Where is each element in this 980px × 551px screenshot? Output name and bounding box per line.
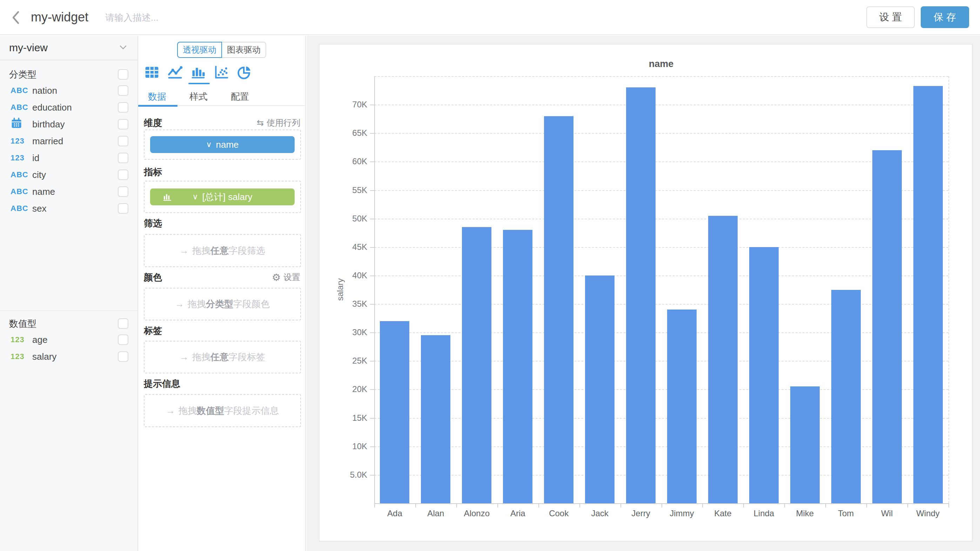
color-settings-link[interactable]: ⚙ 设置: [272, 272, 300, 283]
table-icon[interactable]: [143, 64, 160, 81]
x-axis-tick: [538, 503, 539, 508]
color-drop-zone[interactable]: →拖拽分类型字段颜色: [144, 288, 301, 320]
chart-bar[interactable]: [380, 321, 409, 503]
filter-label: 筛选: [144, 217, 300, 229]
field-checkbox[interactable]: [118, 203, 128, 214]
field-checkbox[interactable]: [118, 102, 128, 113]
arrow-right-icon: →: [180, 352, 189, 362]
y-axis-tick: [370, 161, 374, 162]
chart-card: name salary 5.0K10K15K20K25K30K35K40K45K…: [319, 44, 973, 541]
y-axis-tick: [370, 332, 374, 333]
field-checkbox[interactable]: [118, 85, 128, 96]
pie-chart-icon[interactable]: [236, 64, 253, 81]
dimension-drop-zone[interactable]: ∨ name: [144, 129, 301, 160]
measure-drop-zone[interactable]: ∨ [总计] salary: [144, 181, 301, 213]
tab-style-label: 样式: [189, 91, 208, 103]
field-item[interactable]: ABC sex: [0, 200, 137, 217]
y-axis-tick: [370, 361, 374, 361]
field-item[interactable]: ABC name: [0, 183, 137, 200]
section-checkbox[interactable]: [118, 318, 128, 329]
x-axis-category-label: Tom: [838, 508, 854, 518]
field-checkbox[interactable]: [118, 351, 128, 362]
chart-bar[interactable]: [913, 86, 943, 503]
field-item[interactable]: ABC education: [0, 99, 137, 116]
top-header: my-widget 设 置 保 存: [0, 0, 980, 35]
field-checkbox[interactable]: [118, 186, 128, 197]
dimension-chip-name[interactable]: ∨ name: [150, 136, 294, 153]
filter-drop-zone[interactable]: →拖拽任意字段筛选: [144, 234, 301, 267]
chart-bar[interactable]: [872, 150, 902, 503]
field-item[interactable]: birthday: [0, 116, 137, 133]
y-axis-tick-label: 25K: [332, 356, 367, 366]
view-selector-label: my-view: [9, 42, 118, 54]
y-gridline: [374, 389, 948, 390]
measure-chip-salary[interactable]: ∨ [总计] salary: [150, 188, 294, 205]
settings-button[interactable]: 设 置: [866, 6, 915, 28]
chart-bar[interactable]: [749, 247, 779, 503]
chart-bar[interactable]: [790, 386, 820, 503]
use-rowcol-label: 使用行列: [267, 117, 300, 129]
field-checkbox[interactable]: [118, 119, 128, 129]
y-axis-tick-label: 55K: [332, 185, 367, 195]
mode-tab-pivot[interactable]: 透视驱动: [177, 42, 222, 58]
field-item[interactable]: ABC nation: [0, 82, 137, 99]
chart-bar[interactable]: [421, 335, 450, 503]
chart-bar[interactable]: [708, 216, 738, 503]
view-selector[interactable]: my-view: [0, 36, 137, 61]
field-item[interactable]: ABC city: [0, 166, 137, 183]
back-button[interactable]: [8, 9, 25, 26]
x-axis-category-label: Ada: [387, 508, 402, 518]
field-item[interactable]: 123 age: [0, 331, 137, 348]
field-item[interactable]: 123 married: [0, 133, 137, 150]
back-chevron-icon: [8, 21, 25, 27]
chart-bar[interactable]: [667, 309, 697, 503]
tab-config[interactable]: 配置: [231, 88, 249, 105]
save-button[interactable]: 保 存: [921, 6, 969, 28]
y-axis-tick-label: 15K: [332, 413, 367, 423]
y-axis-tick-label: 65K: [332, 128, 367, 138]
x-axis-tick: [948, 503, 949, 508]
chart-bar[interactable]: [626, 88, 655, 503]
plot-top-border: [374, 76, 948, 77]
x-axis-tick: [456, 503, 457, 508]
y-axis-tick: [370, 475, 374, 476]
line-chart-icon[interactable]: [167, 64, 183, 81]
field-checkbox[interactable]: [118, 334, 128, 345]
tab-style[interactable]: 样式: [189, 88, 208, 105]
chart-bar[interactable]: [585, 276, 614, 503]
x-axis-tick: [620, 503, 621, 508]
abc-text-field-icon: ABC: [11, 86, 32, 95]
tooltip-drop-zone[interactable]: →拖拽数值型字段提示信息: [144, 394, 301, 427]
x-axis-category-label: Jerry: [632, 508, 650, 518]
chart-bar[interactable]: [503, 230, 533, 503]
chart-bar[interactable]: [544, 116, 573, 503]
chart-bar[interactable]: [462, 227, 492, 503]
field-checkbox[interactable]: [118, 136, 128, 147]
field-checkbox[interactable]: [118, 169, 128, 180]
mode-tab-chart[interactable]: 图表驱动: [221, 42, 266, 58]
tooltip-hint: 拖拽: [178, 405, 197, 416]
field-checkbox[interactable]: [118, 153, 128, 163]
active-tab-underline: [138, 105, 178, 107]
x-axis-category-label: Aria: [510, 508, 525, 518]
field-item[interactable]: 123 id: [0, 150, 137, 166]
description-input[interactable]: [105, 11, 253, 25]
x-axis-category-label: Jimmy: [670, 508, 694, 518]
tab-data[interactable]: 数据: [148, 88, 166, 105]
arrow-right-icon: →: [180, 245, 189, 256]
y-axis-tick: [370, 190, 374, 191]
scatter-chart-icon[interactable]: [213, 64, 230, 81]
y-gridline: [374, 361, 948, 361]
section-checkbox[interactable]: [118, 69, 128, 80]
chart-bar[interactable]: [831, 290, 861, 503]
x-axis-category-label: Jack: [591, 508, 608, 518]
y-gridline: [374, 105, 948, 105]
y-axis-tick-label: 40K: [332, 271, 367, 280]
y-axis-tick-label: 50K: [332, 214, 367, 224]
x-axis-tick: [907, 503, 908, 508]
bar-chart-icon[interactable]: [190, 64, 207, 81]
y-axis-tick: [370, 446, 374, 447]
field-item[interactable]: 123 salary: [0, 348, 137, 365]
tag-drop-zone[interactable]: →拖拽任意字段标签: [144, 341, 301, 373]
use-rowcol-link[interactable]: ⇆ 使用行列: [257, 117, 300, 129]
